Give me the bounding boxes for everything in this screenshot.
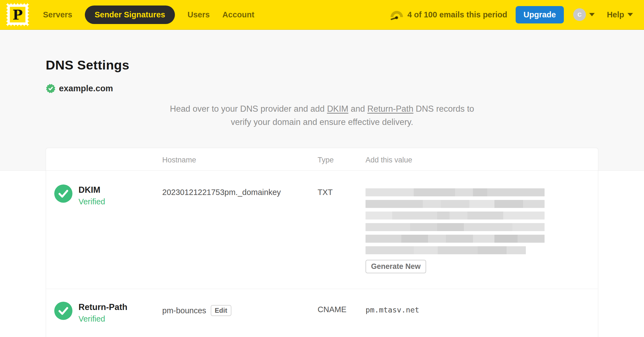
dkim-type: TXT — [318, 184, 366, 197]
domain-name: example.com — [59, 84, 113, 93]
postmark-logo-icon[interactable]: P — [6, 3, 29, 26]
return-path-hostname: pm-bounces — [162, 306, 206, 315]
nav-item-users[interactable]: Users — [188, 10, 210, 19]
upgrade-button[interactable]: Upgrade — [516, 6, 564, 23]
redacted-value-bar — [366, 223, 545, 231]
column-header-hostname: Hostname — [162, 156, 318, 164]
record-name: DKIM — [79, 184, 105, 195]
redacted-value-bar — [366, 235, 545, 243]
generate-new-button[interactable]: Generate New — [366, 260, 426, 273]
nav-item-servers[interactable]: Servers — [43, 10, 72, 19]
redacted-value-bar — [366, 200, 545, 208]
return-path-hostname-cell: pm-bounces Edit — [162, 302, 318, 316]
status-badge: Verified — [79, 197, 105, 206]
usage-text: 4 of 100 emails this period — [407, 10, 507, 19]
verified-check-icon — [54, 184, 72, 203]
help-menu[interactable]: Help — [607, 10, 633, 19]
intro-text: Head over to your DNS provider and add D… — [46, 102, 598, 129]
return-path-status-cell: Return-Path Verified — [46, 302, 162, 323]
nav-item-sender-signatures[interactable]: Sender Signatures — [85, 6, 175, 24]
column-header-value: Add this value — [366, 156, 598, 164]
dkim-value-cell: Generate New — [366, 184, 598, 273]
verified-check-icon — [54, 302, 72, 320]
page-title: DNS Settings — [46, 57, 598, 73]
domain-row: example.com — [46, 84, 598, 93]
top-navbar: P Servers Sender Signatures Users Accoun… — [0, 0, 644, 30]
return-path-value: pm.mtasv.net — [366, 302, 598, 314]
help-label: Help — [607, 10, 624, 19]
intro-line2: verify your domain and ensure effective … — [46, 116, 598, 129]
navbar-right: 4 of 100 emails this period Upgrade C He… — [390, 6, 633, 23]
return-path-link[interactable]: Return-Path — [367, 104, 413, 114]
dns-table-header: Hostname Type Add this value — [46, 148, 598, 170]
chevron-down-icon — [627, 13, 633, 16]
svg-text:P: P — [13, 7, 23, 23]
column-header-type: Type — [318, 156, 366, 164]
intro-tail: DNS records to — [413, 104, 474, 114]
dkim-hostname: 20230121221753pm._domainkey — [162, 184, 318, 197]
intro-mid: and — [348, 104, 367, 114]
record-name: Return-Path — [79, 302, 127, 312]
status-badge: Verified — [79, 314, 127, 323]
primary-nav: Servers Sender Signatures Users Account — [43, 6, 254, 24]
usage-meter: 4 of 100 emails this period — [390, 9, 507, 21]
table-row-dkim: DKIM Verified 20230121221753pm._domainke… — [46, 171, 598, 289]
hero-section: DNS Settings example.com Head over to yo… — [0, 30, 644, 171]
redacted-value-bar — [366, 246, 526, 254]
gauge-icon — [390, 9, 404, 21]
dkim-link[interactable]: DKIM — [327, 104, 348, 114]
table-row-return-path: Return-Path Verified pm-bounces Edit CNA… — [46, 289, 598, 337]
dkim-status-cell: DKIM Verified — [46, 184, 162, 206]
dns-table-body: DKIM Verified 20230121221753pm._domainke… — [46, 171, 598, 337]
nav-item-account[interactable]: Account — [222, 10, 254, 19]
redacted-value-bar — [366, 212, 545, 220]
avatar[interactable]: C — [573, 8, 586, 21]
account-menu[interactable]: C — [573, 8, 595, 21]
return-path-type: CNAME — [318, 302, 366, 314]
edit-button[interactable]: Edit — [211, 305, 231, 316]
chevron-down-icon — [589, 13, 595, 16]
intro-pre: Head over to your DNS provider and add — [170, 104, 327, 114]
redacted-value-bar — [366, 188, 545, 196]
verified-seal-icon — [46, 84, 56, 93]
